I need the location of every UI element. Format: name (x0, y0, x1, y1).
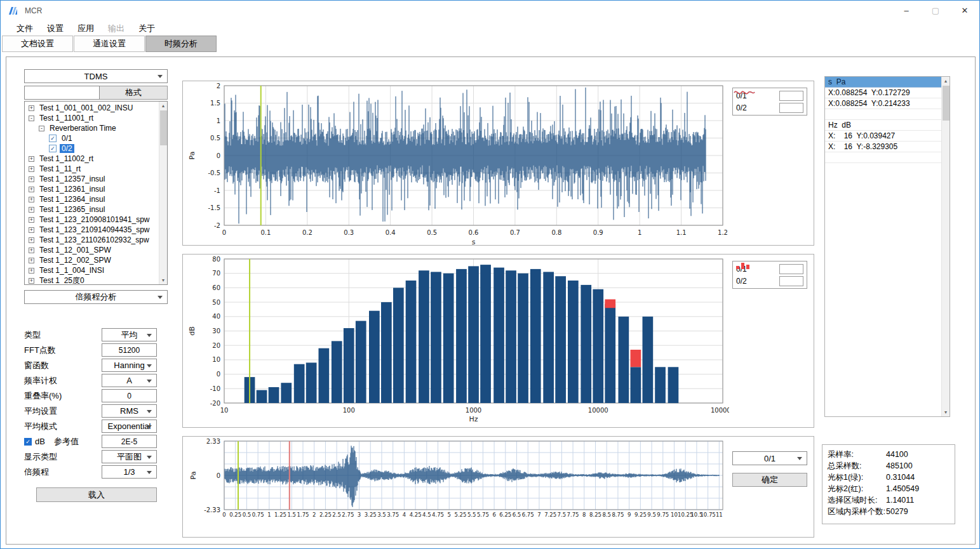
db-checkbox[interactable]: ✓ (24, 438, 32, 446)
expand-plus-icon[interactable]: + (29, 166, 34, 172)
time-waveform-chart[interactable]: 00.10.20.30.40.50.60.70.80.911.11.221.51… (183, 81, 729, 245)
filter-input[interactable] (24, 86, 100, 100)
average-setting-select[interactable]: RMS (102, 404, 157, 418)
tree-item[interactable]: +Test 1_123_211026102932_spw (25, 235, 159, 245)
expand-plus-icon[interactable]: + (29, 197, 34, 202)
tree-item[interactable]: +Test 1_123_210908101941_spw (25, 215, 159, 225)
format-button[interactable]: 格式 (100, 86, 168, 100)
svg-text:60: 60 (212, 284, 220, 291)
octave-select-value: 1/3 (123, 467, 135, 477)
expand-plus-icon[interactable]: + (29, 217, 34, 223)
svg-text:2.25: 2.25 (319, 512, 332, 518)
expand-plus-icon[interactable]: + (29, 105, 34, 111)
spectrum-bar (480, 265, 491, 403)
tree-item-label: Test 1_123_211026102932_spw (37, 235, 151, 244)
spectrum-bar (369, 311, 380, 403)
file-format-select[interactable]: TDMS (24, 69, 168, 83)
tree-checkbox[interactable]: ✓ (49, 135, 57, 142)
overview-waveform-chart[interactable]: 00.250.50.7511.251.51.7522.252.52.7533.2… (183, 437, 729, 526)
spectrum-bar (643, 317, 654, 403)
scroll-down-icon[interactable]: ▾ (159, 276, 167, 284)
expand-plus-icon[interactable]: + (29, 237, 34, 243)
reference-value-input[interactable] (102, 435, 157, 448)
load-button[interactable]: 载入 (36, 487, 157, 502)
info-row: 选择区域时长:1.14011 (828, 494, 950, 506)
menu-item-about[interactable]: 关于 (131, 22, 162, 36)
fft-points-input[interactable] (102, 343, 157, 357)
legend-item[interactable]: 0/2 (736, 102, 803, 114)
collapse-minus-icon[interactable]: - (29, 116, 34, 121)
expand-plus-icon[interactable]: + (29, 248, 34, 253)
confirm-button[interactable]: 确定 (732, 473, 807, 487)
expand-plus-icon[interactable]: + (29, 176, 34, 182)
tree-item[interactable]: +Test 1_12364_insul (25, 194, 159, 204)
expand-plus-icon[interactable]: + (29, 268, 34, 274)
menu-item-apply[interactable]: 应用 (70, 22, 101, 36)
tree-item[interactable]: +Test 1_12357_insul (25, 174, 159, 184)
tree-item[interactable]: +Test 1_25度0 (25, 275, 159, 285)
menu-item-settings[interactable]: 设置 (40, 22, 70, 36)
tab-channel-settings[interactable]: 通道设置 (74, 36, 145, 52)
app-window: MCR – ▢ ✕ 文件设置应用输出关于 文档设置通道设置时频分析 TDMS 格… (0, 0, 980, 549)
expand-plus-icon[interactable]: + (29, 207, 34, 213)
menu-bar: 文件设置应用输出关于 (1, 21, 979, 36)
cursor-row: X: 16 Y:-8.329305 (825, 142, 941, 152)
info-row: 光标2(红):1.450549 (828, 483, 950, 494)
collapse-minus-icon[interactable]: - (39, 126, 44, 131)
tree-item[interactable]: +Test 1_1_004_INSI (25, 265, 159, 275)
spectrum-bar (294, 364, 305, 403)
chevron-down-icon (158, 296, 163, 299)
svg-text:0.6: 0.6 (469, 229, 479, 236)
svg-text:4.5: 4.5 (422, 512, 431, 518)
expand-plus-icon[interactable]: + (29, 187, 34, 192)
average-mode-select[interactable]: Exponential (102, 420, 157, 433)
octave-spectrum-chart[interactable]: 1010010001000010000080706050403020100-10… (183, 255, 729, 426)
tab-document-settings[interactable]: 文档设置 (2, 36, 73, 52)
cursor-row-empty (825, 152, 941, 163)
svg-text:80: 80 (212, 256, 220, 263)
svg-text:0: 0 (222, 229, 226, 236)
window-function-select[interactable]: Hanning (102, 359, 157, 372)
expand-plus-icon[interactable]: + (29, 258, 34, 263)
tree-item[interactable]: -Reverberation Time (25, 123, 159, 133)
minimize-button[interactable]: – (892, 1, 921, 20)
display-type-select[interactable]: 平面图 (102, 450, 157, 463)
scroll-up-icon[interactable]: ▴ (942, 77, 950, 85)
tree-item[interactable]: +Test 1_001_001_002_INSU (25, 103, 159, 113)
octave-select[interactable]: 1/3 (102, 465, 157, 479)
cursor-panel-scrollbar[interactable]: ▴ ▾ (941, 77, 950, 416)
tree-item[interactable]: +Test 1_123_210914094435_spw (25, 225, 159, 235)
tree-item[interactable]: +Test 1_12361_insul (25, 184, 159, 194)
analysis-type-select[interactable]: 倍频程分析 (24, 290, 168, 304)
maximize-button[interactable]: ▢ (921, 1, 950, 20)
tree-item[interactable]: ✓0/2 (25, 143, 159, 154)
overview-channel-select[interactable]: 0/1 (732, 451, 807, 465)
tree-item[interactable]: -Test 1_11001_rt (25, 113, 159, 123)
scroll-up-icon[interactable]: ▴ (159, 102, 167, 110)
cursor-scrollbar-thumb[interactable] (943, 86, 950, 121)
tree-item[interactable]: +Test 1_12_002_SPW (25, 255, 159, 265)
tree-scrollbar[interactable]: ▴ ▾ (159, 102, 167, 284)
type-select[interactable]: 平均 (102, 328, 157, 341)
overlap-input[interactable] (102, 389, 157, 402)
expand-plus-icon[interactable]: + (29, 227, 34, 233)
expand-plus-icon[interactable]: + (29, 278, 34, 284)
spectrum-bar (344, 328, 354, 403)
tree-scrollbar-thumb[interactable] (160, 110, 167, 145)
svg-text:10.75: 10.75 (700, 512, 715, 518)
tree-item[interactable]: +Test 1_12365_insul (25, 204, 159, 215)
expand-plus-icon[interactable]: + (29, 156, 34, 162)
scroll-down-icon[interactable]: ▾ (942, 408, 950, 416)
tab-time-frequency-analysis[interactable]: 时频分析 (145, 36, 217, 52)
spectrum-bar (593, 289, 603, 403)
close-button[interactable]: ✕ (950, 1, 979, 20)
tree-checkbox[interactable]: ✓ (49, 145, 57, 152)
tree-item[interactable]: +Test 1_12_001_SPW (25, 245, 159, 255)
menu-item-file[interactable]: 文件 (10, 22, 40, 36)
tree-item[interactable]: +Test 1_11002_rt (25, 154, 159, 164)
tree-item[interactable]: +Test 1_11_rt (25, 164, 159, 174)
tree-item[interactable]: ✓0/1 (25, 133, 159, 143)
frequency-weighting-select[interactable]: A (102, 374, 157, 387)
legend-item[interactable]: 0/2 (736, 275, 803, 287)
svg-text:5: 5 (448, 512, 451, 518)
